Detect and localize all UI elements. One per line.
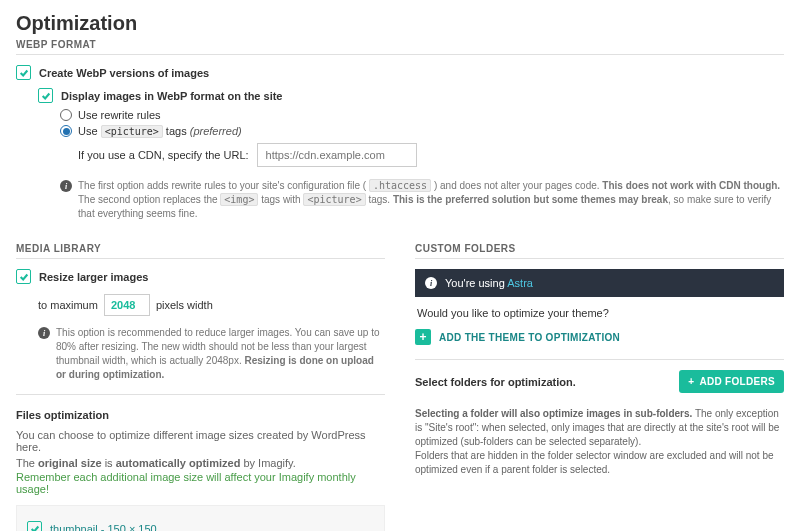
add-folders-button[interactable]: +ADD FOLDERS bbox=[679, 370, 784, 393]
display-webp-checkbox[interactable] bbox=[38, 88, 53, 103]
add-theme-button[interactable]: ADD THE THEME TO OPTIMIZATION bbox=[439, 332, 620, 343]
pixels-width-label: pixels width bbox=[156, 299, 213, 311]
webp-section-label: WEBP FORMAT bbox=[16, 39, 784, 50]
resize-info-text: This option is recommended to reduce lar… bbox=[56, 326, 385, 382]
files-opt-line2: The original size is automatically optim… bbox=[16, 457, 385, 469]
files-opt-warning: Remember each additional image size will… bbox=[16, 471, 385, 495]
info-icon: i bbox=[60, 180, 72, 192]
resize-larger-label: Resize larger images bbox=[39, 271, 148, 283]
divider bbox=[415, 359, 784, 360]
cdn-label: If you use a CDN, specify the URL: bbox=[78, 149, 249, 161]
plus-icon: + bbox=[688, 376, 694, 387]
rewrite-rules-radio[interactable] bbox=[60, 109, 72, 121]
max-width-input[interactable] bbox=[104, 294, 150, 316]
picture-tags-radio[interactable] bbox=[60, 125, 72, 137]
size-thumbnail-checkbox[interactable] bbox=[27, 521, 42, 531]
webp-info-text: The first option adds rewrite rules to y… bbox=[78, 179, 784, 221]
theme-banner: i You're using Astra bbox=[415, 269, 784, 297]
divider bbox=[16, 54, 784, 55]
select-folders-label: Select folders for optimization. bbox=[415, 376, 576, 388]
cdn-url-input[interactable] bbox=[257, 143, 417, 167]
size-thumbnail-label: thumbnail - 150 × 150 bbox=[50, 523, 157, 532]
files-opt-desc: You can choose to optimize different ima… bbox=[16, 429, 385, 453]
resize-larger-checkbox[interactable] bbox=[16, 269, 31, 284]
picture-tags-label: Use <picture> tags (preferred) bbox=[78, 125, 242, 137]
optimize-theme-question: Would you like to optimize your theme? bbox=[417, 307, 784, 319]
media-library-label: MEDIA LIBRARY bbox=[16, 243, 385, 254]
folder-note: Selecting a folder will also optimize im… bbox=[415, 407, 784, 477]
divider bbox=[16, 394, 385, 395]
page-title: Optimization bbox=[16, 12, 784, 35]
create-webp-checkbox[interactable] bbox=[16, 65, 31, 80]
info-icon: i bbox=[425, 277, 437, 289]
add-theme-plus-icon[interactable]: + bbox=[415, 329, 431, 345]
theme-name: Astra bbox=[507, 277, 533, 289]
custom-folders-label: CUSTOM FOLDERS bbox=[415, 243, 784, 254]
info-icon: i bbox=[38, 327, 50, 339]
to-maximum-label: to maximum bbox=[38, 299, 98, 311]
display-webp-label: Display images in WebP format on the sit… bbox=[61, 90, 282, 102]
divider bbox=[16, 258, 385, 259]
divider bbox=[415, 258, 784, 259]
sizes-list: thumbnail - 150 × 150 medium - 300 × 300… bbox=[16, 505, 385, 531]
files-opt-title: Files optimization bbox=[16, 409, 385, 421]
rewrite-rules-label: Use rewrite rules bbox=[78, 109, 161, 121]
create-webp-label: Create WebP versions of images bbox=[39, 67, 209, 79]
